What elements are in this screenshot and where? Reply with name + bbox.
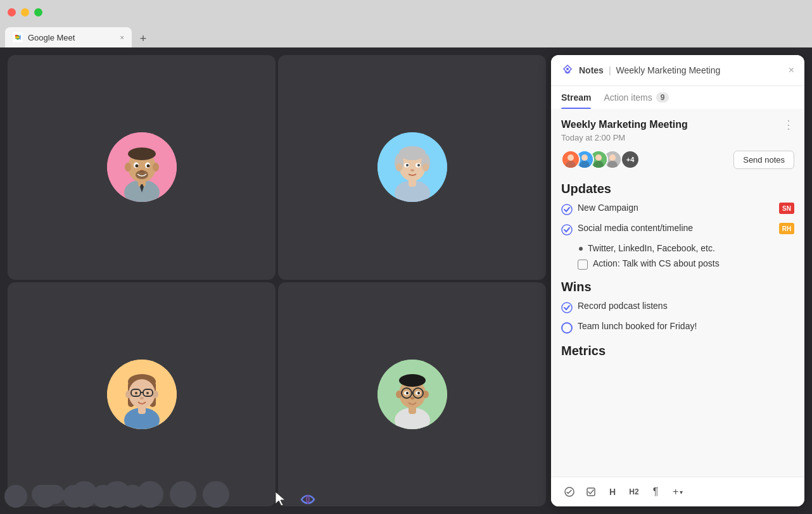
tabs-bar: Google Meet × + <box>0 24 812 47</box>
meeting-more-button[interactable]: ⋮ <box>783 119 794 130</box>
svg-point-70 <box>609 154 616 161</box>
note-text-social-media: Social media content/timeline <box>578 223 693 233</box>
attendee-avatars: +4 <box>561 150 640 169</box>
tab-favicon <box>13 32 23 42</box>
section-updates-heading: Updates <box>561 182 794 196</box>
svg-point-64 <box>581 154 588 161</box>
note-text-new-campaign: New Campaign <box>578 203 638 213</box>
browser-chrome: Google Meet × + <box>0 0 812 47</box>
video-grid <box>0 47 549 514</box>
svg-point-61 <box>568 154 574 161</box>
svg-point-7 <box>125 163 131 172</box>
meeting-title-row: Weekly Marketing Meeting ⋮ <box>561 119 794 130</box>
toolbar-check-circle-button[interactable] <box>560 482 579 501</box>
section-metrics-heading: Metrics <box>561 344 794 358</box>
tab-stream[interactable]: Stream <box>561 86 591 109</box>
svg-point-67 <box>595 154 602 161</box>
svg-point-42 <box>146 392 149 394</box>
panel-divider: | <box>609 65 611 75</box>
fullscreen-window-button[interactable] <box>34 8 42 16</box>
toolbar-paragraph-button[interactable]: ¶ <box>646 482 665 501</box>
attendee-1 <box>561 150 580 169</box>
panel-meeting-title: Weekly Marketing Meeting <box>616 65 783 75</box>
circle-icon-lunch <box>561 322 573 334</box>
meeting-time: Today at 2:00 PM <box>561 133 794 142</box>
svg-point-48 <box>399 374 426 387</box>
svg-point-57 <box>417 392 420 394</box>
panel-notes-label: Notes <box>579 65 604 75</box>
user-badge-rh: RH <box>779 223 794 234</box>
participants-button[interactable] <box>34 485 56 508</box>
svg-point-23 <box>422 163 429 171</box>
add-icon: + <box>673 486 678 498</box>
svg-rect-1 <box>15 37 20 39</box>
more-options-button[interactable] <box>203 481 229 508</box>
note-item-twitter: Twitter, LinkedIn, Facebook, etc. <box>578 243 794 253</box>
bullet-icon-1 <box>579 247 583 251</box>
svg-point-8 <box>153 163 159 172</box>
chat-button[interactable] <box>4 485 27 508</box>
raise-hand-button[interactable] <box>170 481 196 508</box>
video-cell-3 <box>8 282 276 507</box>
right-bottom-controls <box>4 485 144 508</box>
svg-point-28 <box>410 169 414 172</box>
note-item-cs-action: Action: Talk with CS about posts <box>578 258 794 270</box>
traffic-lights <box>8 8 42 16</box>
svg-point-74 <box>562 303 572 313</box>
note-text-podcast: Record podcast listens <box>578 301 668 311</box>
notes-panel: Notes | Weekly Marketing Meeting × Strea… <box>551 55 804 506</box>
panel-logo <box>561 64 574 77</box>
note-item-social-media: Social media content/timeline RH <box>561 223 794 238</box>
note-item-new-campaign: New Campaign SN <box>561 203 794 218</box>
checkbox-icon-cs[interactable] <box>578 260 588 270</box>
svg-point-43 <box>140 397 144 399</box>
svg-point-59 <box>566 68 569 70</box>
note-text-twitter: Twitter, LinkedIn, Facebook, etc. <box>588 243 715 253</box>
svg-point-6 <box>128 147 156 160</box>
toolbar-heading2-button[interactable]: H2 <box>625 482 644 501</box>
note-text-lunch: Team lunch booked for Friday! <box>578 321 697 331</box>
svg-point-11 <box>135 165 138 168</box>
note-item-lunch: Team lunch booked for Friday! <box>561 321 794 334</box>
video-cell-2 <box>278 55 546 280</box>
toolbar-add-button[interactable]: + ▾ <box>668 484 688 500</box>
panel-content: Weekly Marketing Meeting ⋮ Today at 2:00… <box>551 109 804 477</box>
panel-tabs: Stream Action items 9 <box>551 86 804 109</box>
new-tab-button[interactable]: + <box>134 30 152 47</box>
participant-avatar-2 <box>377 132 447 202</box>
overlay-icons <box>272 490 317 509</box>
minimize-window-button[interactable] <box>21 8 29 16</box>
leave-button[interactable] <box>121 485 144 508</box>
main-area: Notes | Weekly Marketing Meeting × Strea… <box>0 47 812 514</box>
svg-point-73 <box>562 225 572 235</box>
browser-tab[interactable]: Google Meet × <box>5 27 132 47</box>
tab-title: Google Meet <box>28 33 115 42</box>
participant-avatar-1 <box>107 132 177 202</box>
checked-icon-2 <box>561 224 573 238</box>
settings-button[interactable] <box>92 485 115 508</box>
svg-point-56 <box>406 392 409 394</box>
note-text-cs: Action: Talk with CS about posts <box>593 258 720 268</box>
section-wins-heading: Wins <box>561 280 794 294</box>
svg-point-12 <box>146 165 149 168</box>
participant-avatar-4 <box>377 360 447 429</box>
svg-point-27 <box>417 164 420 166</box>
note-item-podcast: Record podcast listens <box>561 301 794 316</box>
tab-action-items[interactable]: Action items 9 <box>604 86 669 109</box>
activities-button[interactable] <box>63 485 86 508</box>
svg-point-72 <box>562 204 572 215</box>
panel-close-button[interactable]: × <box>789 65 794 76</box>
add-chevron-icon: ▾ <box>680 489 683 496</box>
close-window-button[interactable] <box>8 8 16 16</box>
meeting-title: Weekly Marketing Meeting <box>561 119 688 130</box>
checked-icon-1 <box>561 204 573 218</box>
video-cell-1 <box>8 55 276 280</box>
toolbar-heading-button[interactable]: H <box>603 482 622 501</box>
svg-point-26 <box>406 164 409 166</box>
tab-close-button[interactable]: × <box>120 34 124 41</box>
video-cell-4 <box>278 282 546 507</box>
send-notes-button[interactable]: Send notes <box>733 151 794 169</box>
toolbar-checkbox-button[interactable] <box>581 482 600 501</box>
participant-avatar-3 <box>107 360 177 429</box>
panel-header: Notes | Weekly Marketing Meeting × <box>551 55 804 86</box>
